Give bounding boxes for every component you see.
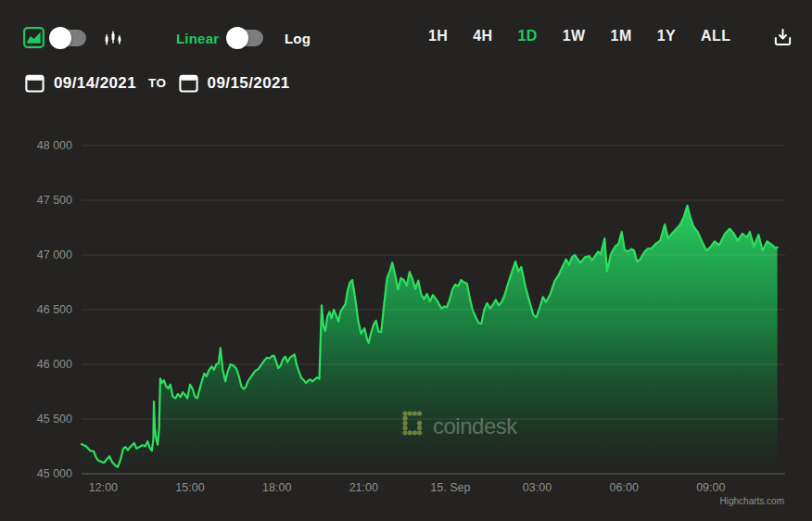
coindesk-logo-dot [412, 430, 417, 435]
range-button-4h[interactable]: 4H [473, 28, 492, 44]
range-button-1d[interactable]: 1D [518, 28, 538, 44]
end-date-value: 09/15/2021 [208, 74, 290, 93]
date-range-separator: TO [148, 76, 167, 90]
x-axis-label: 15. Sep [430, 481, 470, 494]
date-start-picker[interactable]: 09/14/2021 [25, 73, 136, 93]
range-selector: 1H4H1D1W1M1YALL [428, 28, 730, 44]
range-button-1h[interactable]: 1H [428, 28, 448, 44]
toggle-knob [226, 27, 248, 49]
range-button-1m[interactable]: 1M [611, 28, 632, 44]
x-axis-label: 21:00 [349, 481, 378, 494]
watermark-text: coindesk [433, 413, 518, 438]
scale-toggle[interactable] [230, 30, 263, 46]
y-axis-label: 46 000 [37, 358, 72, 371]
coindesk-logo-dot [417, 430, 422, 435]
area-chart-icon [23, 27, 44, 48]
x-axis-label: 09:00 [696, 481, 725, 494]
x-axis-label: 15:00 [175, 481, 204, 494]
toolbar: Linear Log 1H4H1D1W1M1YALL [0, 0, 812, 61]
coindesk-logo-dot [402, 416, 407, 421]
toggle-knob [49, 27, 71, 49]
y-axis-label: 45 000 [37, 467, 72, 480]
coindesk-logo-dot [412, 411, 417, 415]
x-axis-label: 18:00 [262, 481, 291, 494]
date-end-picker[interactable]: 09/15/2021 [179, 73, 290, 93]
highcharts-credit[interactable]: Highcharts.com [720, 496, 784, 506]
coindesk-logo-dot [408, 411, 412, 415]
app-root: 45 00045 50046 00046 50047 00047 50048 0… [0, 0, 812, 521]
x-axis-label: 03:00 [523, 481, 552, 494]
coindesk-logo-dot [402, 430, 407, 435]
y-axis-label: 48 000 [37, 139, 72, 152]
y-axis-label: 46 500 [37, 303, 72, 316]
calendar-icon [179, 73, 198, 93]
coindesk-logo-dot [402, 411, 407, 415]
start-date-value: 09/14/2021 [54, 74, 136, 93]
candlestick-chart-icon [103, 28, 123, 48]
x-axis-label: 12:00 [89, 481, 118, 494]
y-axis-label: 47 000 [37, 248, 72, 261]
coindesk-logo-dot [402, 426, 407, 430]
log-scale-label[interactable]: Log [285, 31, 311, 46]
coindesk-logo-dot [417, 411, 422, 415]
calendar-icon [25, 73, 44, 93]
candlestick-chart-button[interactable] [103, 28, 123, 48]
coindesk-logo-dot [417, 421, 422, 426]
coindesk-logo-dot [402, 421, 407, 426]
price-area-fill [82, 206, 778, 474]
y-axis-label: 47 500 [37, 194, 72, 207]
download-button[interactable] [772, 27, 793, 48]
coindesk-watermark: coindesk [402, 411, 518, 438]
linear-scale-label[interactable]: Linear [176, 31, 219, 46]
area-chart-button[interactable] [23, 27, 44, 48]
coindesk-logo-dot [417, 426, 422, 430]
x-axis-label: 06:00 [610, 481, 639, 494]
range-button-all[interactable]: ALL [701, 28, 730, 44]
date-range-row: 09/14/2021 TO 09/15/2021 [25, 73, 290, 93]
chart-type-toggle[interactable] [53, 30, 86, 46]
range-button-1y[interactable]: 1Y [657, 28, 676, 44]
coindesk-logo-dot [408, 430, 412, 435]
range-button-1w[interactable]: 1W [563, 28, 586, 44]
download-icon [772, 27, 793, 48]
y-axis-label: 45 500 [37, 413, 72, 426]
